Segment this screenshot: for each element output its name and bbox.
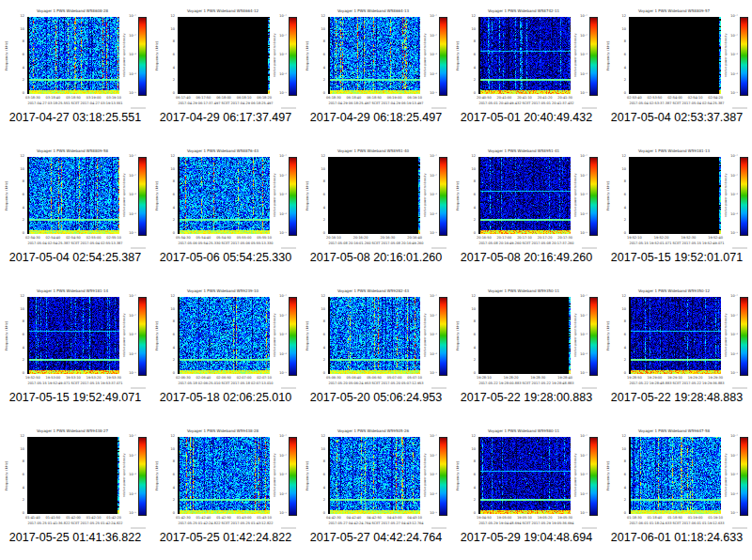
y-axis-ticks: 121086420 bbox=[12, 434, 24, 515]
spectrogram-thumbnail[interactable]: Voyager 1 PWS Wideband W59282-43 Frequen… bbox=[301, 280, 451, 420]
y-tick-label: 6 bbox=[474, 333, 476, 336]
spectrogram-thumbnail[interactable]: Voyager 1 PWS Wideband W58608-28 Frequen… bbox=[0, 0, 150, 140]
colorbar-tick-label: 10⁻⁴ bbox=[430, 492, 437, 496]
spectrogram-thumbnail[interactable]: Voyager 1 PWS Wideband W59350-12 Frequen… bbox=[602, 280, 752, 420]
colorbar-tick-label: 10⁻² bbox=[279, 174, 287, 178]
x-tick-label: 05:54:40 bbox=[196, 236, 212, 240]
colorbar-tick-label: 10⁻⁵ bbox=[279, 511, 287, 515]
y-tick-label: 2 bbox=[474, 358, 476, 362]
y-tick-label: 12 bbox=[321, 294, 325, 298]
y-axis-ticks: 121086420 bbox=[163, 14, 175, 95]
colorbar bbox=[740, 157, 748, 236]
colorbar-ticks: 10⁻¹10⁻²10⁻³10⁻⁴10⁻⁵ bbox=[274, 14, 287, 95]
colorbar-tick-label: 10⁻¹ bbox=[580, 294, 588, 298]
y-tick-label: 2 bbox=[323, 358, 325, 362]
scet-range-line: 2017-04-29 06:17:37.497 SCET 2017-04-29 … bbox=[155, 101, 296, 105]
x-tick-label: 02:54:50 bbox=[66, 236, 81, 240]
spectrogram-thumbnail[interactable]: Voyager 1 PWS Wideband W58951-41 Frequen… bbox=[451, 140, 602, 280]
y-tick-label: 0 bbox=[173, 91, 175, 95]
colorbar-tick-label: 10⁻⁴ bbox=[279, 72, 287, 76]
watermark bbox=[582, 527, 597, 529]
y-tick-label: 6 bbox=[23, 53, 24, 56]
colorbar-tick-label: 10⁻⁴ bbox=[430, 212, 437, 216]
spectrogram-thumbnail[interactable]: Voyager 1 PWS Wideband W59580-11 Frequen… bbox=[451, 420, 602, 560]
x-tick-label: 20:40:50 bbox=[477, 96, 492, 100]
x-tick-label: 19:53:30 bbox=[106, 376, 121, 380]
x-tick-label: 19:29:10 bbox=[667, 376, 682, 380]
x-axis-ticks: 06:17:4006:17:5006:18:0006:18:1006:18:20 bbox=[176, 96, 272, 100]
scet-range-line: 2017-04-27 03:18:25.551 SCET 2017-04-27 … bbox=[5, 101, 146, 105]
colorbar-tick-label: 10⁻⁵ bbox=[730, 371, 738, 375]
colorbar-ticks: 10⁻¹10⁻²10⁻³10⁻⁴10⁻⁵ bbox=[575, 294, 588, 375]
y-tick-label: 6 bbox=[624, 193, 626, 196]
spectrogram-thumbnail[interactable]: Voyager 1 PWS Wideband W59505-26 Frequen… bbox=[301, 420, 451, 560]
spectrogram-thumbnail[interactable]: Voyager 1 PWS Wideband W59438-28 Frequen… bbox=[150, 420, 301, 560]
colorbar-tick-label: 10⁻⁵ bbox=[580, 371, 588, 375]
y-tick-label: 10 bbox=[472, 447, 476, 451]
spectrogram-thumbnail[interactable]: Voyager 1 PWS Wideband W59350-11 Frequen… bbox=[451, 280, 602, 420]
spectrogram-thumbnail[interactable]: Voyager 1 PWS Wideband W59181-14 Frequen… bbox=[0, 280, 150, 420]
y-tick-label: 0 bbox=[23, 371, 24, 375]
y-tick-label: 8 bbox=[23, 179, 24, 183]
spectrogram-thumbnail[interactable]: Voyager 1 PWS Wideband W58876-43 Frequen… bbox=[150, 140, 301, 280]
colorbar-tick-label: 10⁻⁴ bbox=[730, 352, 738, 356]
x-tick-label: 20:17:10 bbox=[517, 236, 532, 240]
colorbar-ticks: 10⁻¹10⁻²10⁻³10⁻⁴10⁻⁵ bbox=[575, 434, 588, 515]
colorbar-tick-label: 10⁻³ bbox=[129, 193, 136, 196]
x-tick-label: 04:43:00 bbox=[387, 516, 402, 520]
x-axis-ticks: 06:18:3006:18:4006:18:5006:19:0006:19:10 bbox=[326, 96, 422, 100]
spectrogram-thumbnail[interactable]: Voyager 1 PWS Wideband W59181-13 Frequen… bbox=[602, 140, 752, 280]
y-axis-label: Frequency (kHz) bbox=[306, 157, 309, 234]
scet-range-line: 2017-05-25 01:42:24.822 SCET 2017-05-25 … bbox=[155, 521, 296, 525]
y-axis-label: Frequency (kHz) bbox=[155, 437, 159, 514]
y-tick-label: 12 bbox=[321, 154, 325, 158]
watermark bbox=[281, 107, 296, 109]
spectrogram-image bbox=[328, 297, 420, 374]
plot-title: Voyager 1 PWS Wideband W59350-12 bbox=[624, 288, 724, 293]
spectrogram-thumbnail[interactable]: Voyager 1 PWS Wideband W58809-57 Frequen… bbox=[602, 0, 752, 140]
x-tick-label: 19:05:00 bbox=[497, 516, 512, 520]
y-tick-label: 2 bbox=[624, 218, 626, 222]
timestamp-caption: 2017-04-29 06:17:37.497 bbox=[150, 111, 301, 124]
plot-title: Voyager 1 PWS Wideband W59239-10 bbox=[173, 288, 273, 293]
colorbar-ticks: 10⁻¹10⁻²10⁻³10⁻⁴10⁻⁵ bbox=[726, 14, 738, 95]
y-tick-label: 0 bbox=[23, 231, 24, 235]
colorbar bbox=[740, 297, 748, 376]
colorbar-tick-label: 10⁻⁴ bbox=[580, 352, 588, 356]
colorbar-tick-label: 10⁻⁴ bbox=[730, 492, 738, 496]
spectrogram-thumbnail[interactable]: Voyager 1 PWS Wideband W59647-58 Frequen… bbox=[602, 420, 752, 560]
x-tick-label: 01:42:50 bbox=[216, 516, 231, 520]
spectrogram-thumbnail[interactable]: Voyager 1 PWS Wideband W59239-10 Frequen… bbox=[150, 280, 301, 420]
y-tick-label: 10 bbox=[622, 447, 626, 451]
plot-title: Voyager 1 PWS Wideband W59350-11 bbox=[474, 288, 573, 293]
spectrogram-thumbnail[interactable]: Voyager 1 PWS Wideband W58742-11 Frequen… bbox=[451, 0, 602, 140]
y-tick-label: 6 bbox=[323, 193, 325, 196]
spectrogram-grid: Voyager 1 PWS Wideband W58608-28 Frequen… bbox=[0, 0, 752, 560]
x-axis-ticks: 01:42:3001:42:4001:42:5001:43:0001:43:10 bbox=[176, 516, 272, 520]
spectrogram-thumbnail[interactable]: Voyager 1 PWS Wideband W58951-40 Frequen… bbox=[301, 140, 451, 280]
colorbar-ticks: 10⁻¹10⁻²10⁻³10⁻⁴10⁻⁵ bbox=[575, 14, 588, 95]
y-tick-label: 0 bbox=[323, 371, 325, 375]
x-tick-label: 03:19:10 bbox=[106, 96, 121, 100]
x-tick-label: 02:55:10 bbox=[106, 236, 121, 240]
colorbar-ticks: 10⁻¹10⁻²10⁻³10⁻⁴10⁻⁵ bbox=[124, 294, 136, 375]
y-tick-label: 4 bbox=[173, 206, 175, 210]
scet-range-line: 2017-05-08 20:16:49.260 SCET 2017-05-08 … bbox=[456, 241, 597, 245]
timestamp-caption: 2017-05-15 19:52:49.071 bbox=[0, 391, 150, 404]
scet-range-line: 2017-05-15 19:52:49.071 SCET 2017-05-15 … bbox=[5, 381, 146, 385]
colorbar-tick-label: 10⁻³ bbox=[730, 53, 738, 56]
timestamp-caption: 2017-04-27 03:18:25.551 bbox=[0, 111, 150, 124]
colorbar-ticks: 10⁻¹10⁻²10⁻³10⁻⁴10⁻⁵ bbox=[274, 154, 287, 235]
spectrogram-image bbox=[629, 437, 721, 514]
spectrogram-thumbnail[interactable]: Voyager 1 PWS Wideband W58664-13 Frequen… bbox=[301, 0, 451, 140]
spectrogram-image bbox=[629, 297, 721, 374]
y-axis-ticks: 121086420 bbox=[163, 294, 175, 375]
y-tick-label: 2 bbox=[173, 218, 175, 222]
spectrogram-thumbnail[interactable]: Voyager 1 PWS Wideband W58664-12 Frequen… bbox=[150, 0, 301, 140]
watermark bbox=[131, 387, 146, 389]
y-tick-label: 2 bbox=[624, 78, 626, 82]
spectrogram-thumbnail[interactable]: Voyager 1 PWS Wideband W58809-58 Frequen… bbox=[0, 140, 150, 280]
colorbar-tick-label: 10⁻³ bbox=[279, 333, 287, 336]
timestamp-caption: 2017-04-29 06:18:25.497 bbox=[301, 111, 451, 124]
spectrogram-thumbnail[interactable]: Voyager 1 PWS Wideband W59438-27 Frequen… bbox=[0, 420, 150, 560]
